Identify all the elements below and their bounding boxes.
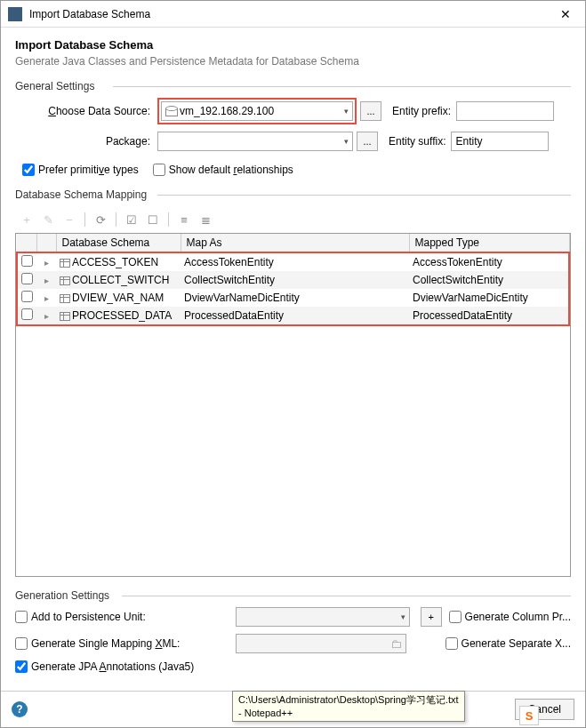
row-checkbox[interactable] bbox=[21, 291, 33, 302]
dialog-content: Import Database Schema Generate Java Cla… bbox=[1, 28, 585, 691]
cell-map-as[interactable]: CollectSwitchEntity bbox=[181, 271, 409, 289]
add-button[interactable]: + bbox=[17, 210, 36, 229]
table-row[interactable]: ▸COLLECT_SWITCHCollectSwitchEntityCollec… bbox=[17, 271, 569, 289]
table-row[interactable]: ▸ACCESS_TOKENAccessTokenEntityAccessToke… bbox=[17, 252, 569, 271]
checkbox-row: Prefer primitive types Show default rela… bbox=[22, 164, 571, 176]
window-title: Import Database Schema bbox=[29, 8, 553, 20]
label-entity-suffix: Entity suffix: bbox=[378, 135, 451, 148]
row-checkbox[interactable] bbox=[21, 308, 33, 320]
expand-toggle[interactable]: ▸ bbox=[36, 252, 56, 271]
cell-mapped-type[interactable]: ProcessedDataEntity bbox=[409, 307, 569, 325]
folder-icon: 🗀 bbox=[390, 637, 402, 651]
cell-map-as[interactable]: AccessTokenEntity bbox=[181, 252, 409, 271]
cell-map-as[interactable]: DviewVarNameDicEntity bbox=[181, 289, 409, 307]
col-map-as[interactable]: Map As bbox=[181, 234, 409, 252]
table-icon bbox=[60, 294, 70, 303]
row-checkbox[interactable] bbox=[21, 255, 33, 267]
cell-mapped-type[interactable]: DviewVarNameDicEntity bbox=[409, 289, 569, 307]
entity-suffix-input[interactable] bbox=[451, 132, 549, 151]
col-checkbox[interactable] bbox=[17, 234, 36, 252]
persistence-unit-checkbox[interactable]: Add to Persistence Unit: bbox=[15, 611, 229, 623]
persistence-unit-combo[interactable]: ▾ bbox=[236, 607, 410, 627]
col-schema[interactable]: Database Schema bbox=[56, 234, 181, 252]
dialog-window: Import Database Schema ✕ Import Database… bbox=[0, 0, 586, 728]
label-entity-prefix: Entity prefix: bbox=[381, 105, 456, 117]
jpa-input[interactable] bbox=[15, 660, 28, 673]
deselect-all-button[interactable]: ☐ bbox=[143, 210, 163, 229]
table-icon bbox=[60, 276, 70, 285]
refresh-button[interactable]: ⟳ bbox=[91, 210, 110, 229]
database-icon bbox=[165, 106, 176, 116]
table-row[interactable]: ▸PROCESSED_DATAProcessedDataEntityProces… bbox=[17, 307, 569, 325]
persistence-unit-label: Add to Persistence Unit: bbox=[31, 611, 146, 623]
data-source-value: vm_192.168.29.100 bbox=[180, 105, 341, 117]
select-all-button[interactable]: ☑ bbox=[122, 210, 141, 229]
data-source-browse-button[interactable]: ... bbox=[360, 101, 381, 121]
table-icon bbox=[60, 312, 70, 321]
cell-mapped-type[interactable]: AccessTokenEntity bbox=[409, 252, 569, 271]
section-generation: Generation Settings bbox=[15, 589, 571, 602]
highlight-data-source: vm_192.168.29.100 ▾ bbox=[157, 98, 357, 124]
mapping-table-body: ▸ACCESS_TOKENAccessTokenEntityAccessToke… bbox=[17, 252, 569, 325]
row-package: Package: ▾ ... Entity suffix: bbox=[15, 132, 571, 151]
jpa-checkbox[interactable]: Generate JPA Annotations (Java5) bbox=[15, 660, 229, 673]
single-mapping-path: 🗀 bbox=[236, 634, 406, 653]
label-package: Package: bbox=[15, 135, 157, 148]
ime-indicator-icon[interactable]: S bbox=[519, 706, 539, 725]
jpa-label: Generate JPA Annotations (Java5) bbox=[31, 660, 194, 673]
cell-schema: COLLECT_SWITCH bbox=[56, 271, 181, 289]
expand-toggle[interactable]: ▸ bbox=[36, 289, 56, 307]
show-default-rel-input[interactable] bbox=[153, 164, 165, 176]
chevron-down-icon: ▾ bbox=[401, 612, 405, 621]
col-expand bbox=[36, 234, 56, 252]
collapse-button[interactable]: ≣ bbox=[196, 210, 215, 229]
single-mapping-checkbox[interactable]: Generate Single Mapping XML: bbox=[15, 637, 229, 650]
entity-prefix-input[interactable] bbox=[456, 101, 554, 121]
label-data-source: Choose Data Source: bbox=[15, 105, 157, 117]
gen-separate-checkbox[interactable]: Generate Separate X... bbox=[446, 637, 571, 650]
table-icon bbox=[60, 259, 70, 268]
col-mapped-type[interactable]: Mapped Type bbox=[409, 234, 569, 252]
table-row[interactable]: ▸DVIEW_VAR_NAMDviewVarNameDicEntityDview… bbox=[17, 289, 569, 307]
package-browse-button[interactable]: ... bbox=[357, 132, 378, 151]
gen-separate-input[interactable] bbox=[446, 637, 458, 650]
separator bbox=[84, 212, 85, 227]
close-button[interactable]: ✕ bbox=[553, 7, 578, 21]
show-default-rel-checkbox[interactable]: Show default relationships bbox=[153, 164, 293, 176]
expand-toggle[interactable]: ▸ bbox=[36, 307, 56, 325]
remove-button[interactable]: − bbox=[60, 210, 79, 229]
chevron-down-icon: ▾ bbox=[344, 107, 349, 116]
gen-separate-label: Generate Separate X... bbox=[462, 637, 571, 650]
row-jpa: Generate JPA Annotations (Java5) bbox=[15, 660, 571, 673]
row-single-mapping: Generate Single Mapping XML: 🗀 Generate … bbox=[15, 634, 571, 653]
dialog-footer: ? C:\Users\Administrator\Desktop\Spring学… bbox=[1, 691, 585, 727]
row-checkbox[interactable] bbox=[21, 273, 33, 284]
section-mapping: Database Schema Mapping bbox=[15, 188, 571, 201]
page-title: Import Database Schema bbox=[15, 38, 571, 52]
gen-column-input[interactable] bbox=[449, 611, 462, 623]
mapping-table: Database Schema Map As Mapped Type ▸ACCE… bbox=[16, 234, 570, 326]
edit-button[interactable]: ✎ bbox=[38, 210, 58, 229]
data-source-combo[interactable]: vm_192.168.29.100 ▾ bbox=[161, 101, 353, 121]
expand-button[interactable]: ≡ bbox=[174, 210, 194, 229]
expand-toggle[interactable]: ▸ bbox=[36, 271, 56, 289]
help-button[interactable]: ? bbox=[12, 701, 28, 717]
gen-column-checkbox[interactable]: Generate Column Pr... bbox=[449, 611, 571, 623]
package-combo[interactable]: ▾ bbox=[157, 132, 353, 151]
titlebar: Import Database Schema ✕ bbox=[1, 1, 585, 28]
cell-schema: ACCESS_TOKEN bbox=[56, 252, 181, 271]
show-default-rel-label: Show default relationships bbox=[169, 164, 293, 176]
prefer-primitive-checkbox[interactable]: Prefer primitive types bbox=[22, 164, 139, 176]
cell-map-as[interactable]: ProcessedDataEntity bbox=[181, 307, 409, 325]
separator bbox=[168, 212, 169, 227]
single-mapping-input[interactable] bbox=[15, 637, 28, 650]
gen-column-label: Generate Column Pr... bbox=[465, 611, 571, 623]
mapping-toolbar: + ✎ − ⟳ ☑ ☐ ≡ ≣ bbox=[15, 206, 571, 233]
separator bbox=[116, 212, 116, 227]
persistence-unit-input[interactable] bbox=[15, 611, 28, 623]
mapping-table-container: Database Schema Map As Mapped Type ▸ACCE… bbox=[15, 233, 571, 577]
prefer-primitive-input[interactable] bbox=[22, 164, 35, 176]
cell-mapped-type[interactable]: CollectSwitchEntity bbox=[409, 271, 569, 289]
table-header-row: Database Schema Map As Mapped Type bbox=[17, 234, 569, 252]
persistence-unit-add-button[interactable]: + bbox=[421, 607, 442, 627]
